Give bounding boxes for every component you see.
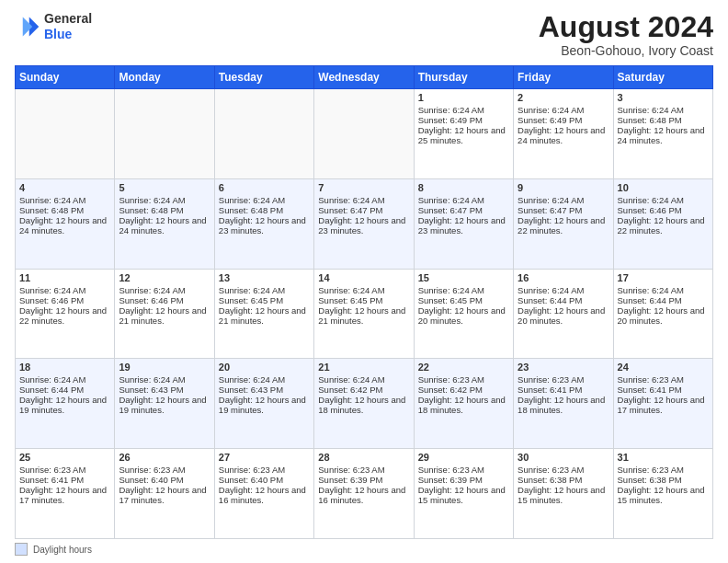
sunset-text: Sunset: 6:45 PM <box>418 295 483 305</box>
sunrise-text: Sunrise: 6:24 AM <box>19 195 85 205</box>
daylight-text: Daylight: 12 hours and 22 minutes. <box>518 215 605 236</box>
daylight-text: Daylight: 12 hours and 24 minutes. <box>19 215 107 236</box>
sunset-text: Sunset: 6:47 PM <box>318 205 382 215</box>
day-number: 11 <box>19 272 110 283</box>
sunrise-text: Sunrise: 6:23 AM <box>418 465 484 475</box>
page: General Blue August 2024 Beon-Gohouo, Iv… <box>0 0 728 563</box>
daylight-text: Daylight: 12 hours and 24 minutes. <box>518 125 605 145</box>
sunrise-text: Sunrise: 6:23 AM <box>19 465 85 475</box>
daylight-text: Daylight: 12 hours and 15 minutes. <box>618 485 705 505</box>
sunset-text: Sunset: 6:40 PM <box>219 475 283 485</box>
calendar-week-row: 11 Sunrise: 6:24 AM Sunset: 6:46 PM Dayl… <box>16 269 713 359</box>
sunrise-text: Sunrise: 6:23 AM <box>418 374 484 385</box>
calendar-cell: 21 Sunrise: 6:24 AM Sunset: 6:42 PM Dayl… <box>314 359 414 449</box>
day-number: 18 <box>19 362 110 373</box>
sunset-text: Sunset: 6:47 PM <box>418 205 483 215</box>
sunrise-text: Sunrise: 6:24 AM <box>318 374 384 385</box>
day-of-week-header: Friday <box>514 66 613 89</box>
sunset-text: Sunset: 6:44 PM <box>19 385 84 395</box>
sunrise-text: Sunrise: 6:24 AM <box>618 105 684 115</box>
day-number: 20 <box>219 362 310 373</box>
daylight-text: Daylight: 12 hours and 19 minutes. <box>119 395 206 415</box>
sunset-text: Sunset: 6:43 PM <box>119 385 183 395</box>
logo: General Blue <box>15 11 92 42</box>
day-number: 7 <box>318 182 409 193</box>
day-number: 2 <box>518 92 609 103</box>
calendar-cell: 28 Sunrise: 6:23 AM Sunset: 6:39 PM Dayl… <box>314 449 414 539</box>
sunrise-text: Sunrise: 6:24 AM <box>418 105 484 115</box>
sunrise-text: Sunrise: 6:24 AM <box>219 285 285 295</box>
calendar-cell: 12 Sunrise: 6:24 AM Sunset: 6:46 PM Dayl… <box>115 269 214 359</box>
day-number: 10 <box>618 182 709 193</box>
sunrise-text: Sunrise: 6:24 AM <box>518 195 584 205</box>
sunset-text: Sunset: 6:45 PM <box>219 295 283 305</box>
day-of-week-header: Wednesday <box>314 66 414 89</box>
sunrise-text: Sunrise: 6:24 AM <box>119 195 185 205</box>
calendar-cell: 30 Sunrise: 6:23 AM Sunset: 6:38 PM Dayl… <box>514 449 613 539</box>
sunset-text: Sunset: 6:46 PM <box>119 295 183 305</box>
sunrise-text: Sunrise: 6:24 AM <box>119 374 185 385</box>
calendar-cell: 18 Sunrise: 6:24 AM Sunset: 6:44 PM Dayl… <box>16 359 115 449</box>
daylight-text: Daylight: 12 hours and 22 minutes. <box>19 305 107 326</box>
calendar-cell: 3 Sunrise: 6:24 AM Sunset: 6:48 PM Dayli… <box>613 89 712 179</box>
day-number: 1 <box>418 92 509 103</box>
daylight-text: Daylight: 12 hours and 17 minutes. <box>19 485 107 505</box>
calendar-cell: 23 Sunrise: 6:23 AM Sunset: 6:41 PM Dayl… <box>514 359 613 449</box>
sunset-text: Sunset: 6:42 PM <box>318 385 382 395</box>
daylight-text: Daylight: 12 hours and 24 minutes. <box>119 215 206 236</box>
day-number: 17 <box>618 272 709 283</box>
day-number: 22 <box>418 362 509 373</box>
calendar-week-row: 4 Sunrise: 6:24 AM Sunset: 6:48 PM Dayli… <box>16 178 713 269</box>
day-number: 27 <box>219 452 310 463</box>
daylight-text: Daylight: 12 hours and 15 minutes. <box>518 485 605 505</box>
calendar-cell: 2 Sunrise: 6:24 AM Sunset: 6:49 PM Dayli… <box>514 89 613 179</box>
logo-text: General Blue <box>44 11 92 42</box>
day-number: 23 <box>518 362 609 373</box>
daylight-text: Daylight: 12 hours and 23 minutes. <box>219 215 306 236</box>
day-number: 12 <box>119 272 210 283</box>
sunset-text: Sunset: 6:49 PM <box>418 115 483 125</box>
daylight-text: Daylight: 12 hours and 21 minutes. <box>219 305 306 326</box>
calendar-cell: 5 Sunrise: 6:24 AM Sunset: 6:48 PM Dayli… <box>115 178 214 269</box>
sunset-text: Sunset: 6:40 PM <box>119 475 183 485</box>
day-of-week-header: Sunday <box>16 66 115 89</box>
sunset-text: Sunset: 6:41 PM <box>518 385 582 395</box>
daylight-text: Daylight: 12 hours and 17 minutes. <box>119 485 206 505</box>
sunrise-text: Sunrise: 6:24 AM <box>318 285 384 295</box>
sunset-text: Sunset: 6:41 PM <box>19 475 84 485</box>
day-of-week-header: Thursday <box>414 66 513 89</box>
calendar-cell: 10 Sunrise: 6:24 AM Sunset: 6:46 PM Dayl… <box>613 178 712 269</box>
sunrise-text: Sunrise: 6:24 AM <box>418 285 484 295</box>
calendar-cell: 1 Sunrise: 6:24 AM Sunset: 6:49 PM Dayli… <box>414 89 513 179</box>
sunrise-text: Sunrise: 6:23 AM <box>518 374 584 385</box>
day-number: 28 <box>318 452 409 463</box>
calendar-body: 1 Sunrise: 6:24 AM Sunset: 6:49 PM Dayli… <box>16 89 713 539</box>
daylight-text: Daylight: 12 hours and 20 minutes. <box>418 305 506 326</box>
sunrise-text: Sunrise: 6:23 AM <box>618 374 684 385</box>
calendar-header: SundayMondayTuesdayWednesdayThursdayFrid… <box>16 66 713 89</box>
sunset-text: Sunset: 6:48 PM <box>219 205 283 215</box>
day-number: 6 <box>219 182 310 193</box>
day-of-week-header: Tuesday <box>214 66 313 89</box>
sunrise-text: Sunrise: 6:24 AM <box>19 285 85 295</box>
sunset-text: Sunset: 6:48 PM <box>19 205 84 215</box>
sunrise-text: Sunrise: 6:24 AM <box>518 105 584 115</box>
daylight-text: Daylight: 12 hours and 18 minutes. <box>518 395 605 415</box>
sunset-text: Sunset: 6:48 PM <box>618 115 682 125</box>
day-of-week-header: Monday <box>115 66 214 89</box>
daylight-text: Daylight: 12 hours and 20 minutes. <box>618 305 705 326</box>
logo-icon <box>15 14 40 40</box>
day-number: 15 <box>418 272 509 283</box>
sunset-text: Sunset: 6:49 PM <box>518 115 582 125</box>
sunrise-text: Sunrise: 6:24 AM <box>318 195 384 205</box>
daylight-text: Daylight: 12 hours and 24 minutes. <box>618 125 705 145</box>
daylight-text: Daylight: 12 hours and 19 minutes. <box>219 395 306 415</box>
sunset-text: Sunset: 6:42 PM <box>418 385 483 395</box>
sunrise-text: Sunrise: 6:23 AM <box>618 465 684 475</box>
day-number: 30 <box>518 452 609 463</box>
days-of-week-row: SundayMondayTuesdayWednesdayThursdayFrid… <box>16 66 713 89</box>
logo-general: General <box>44 11 92 27</box>
daylight-text: Daylight: 12 hours and 16 minutes. <box>219 485 306 505</box>
calendar-cell: 19 Sunrise: 6:24 AM Sunset: 6:43 PM Dayl… <box>115 359 214 449</box>
day-number: 14 <box>318 272 409 283</box>
